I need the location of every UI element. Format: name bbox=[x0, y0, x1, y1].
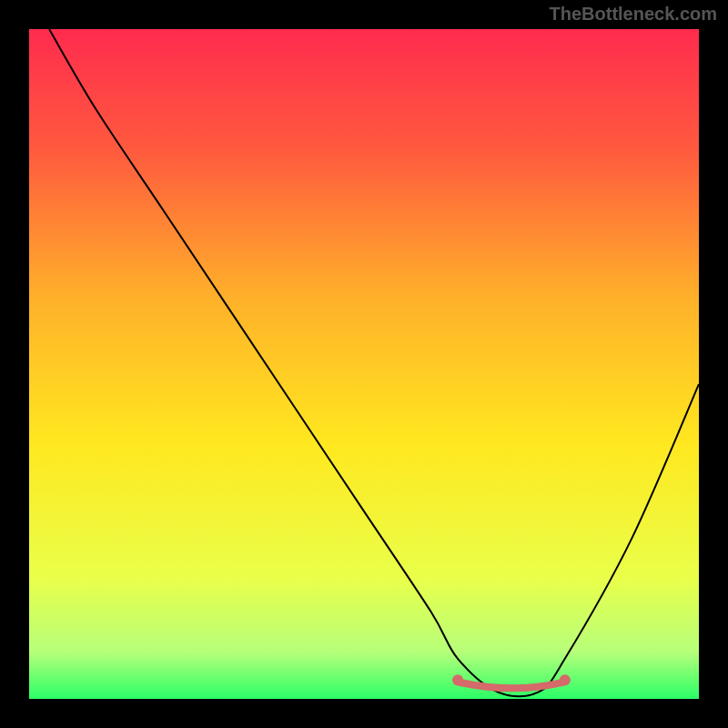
svg-point-2 bbox=[560, 674, 571, 685]
watermark-text: TheBottleneck.com bbox=[550, 4, 717, 25]
chart-container: TheBottleneck.com bbox=[0, 0, 728, 728]
plot-area bbox=[29, 29, 699, 699]
bottleneck-curve bbox=[29, 29, 699, 699]
svg-point-1 bbox=[452, 674, 463, 685]
